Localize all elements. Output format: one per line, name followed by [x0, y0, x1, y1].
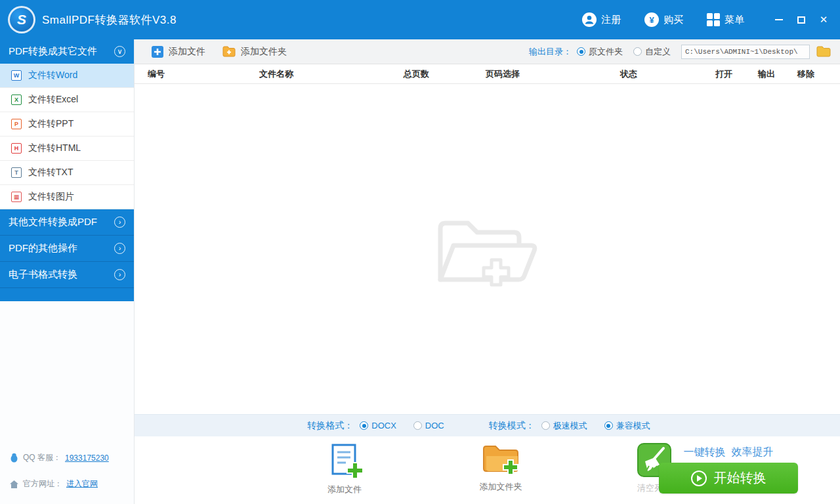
content-area: 添加文件 添加文件夹 输出目录： 原文件夹 自定义	[135, 39, 840, 504]
minimize-icon	[775, 19, 783, 20]
column-header: 文件名称	[259, 68, 404, 80]
mode-label: 转换模式：	[489, 420, 535, 432]
register-button[interactable]: 注册	[582, 12, 621, 27]
minimize-button[interactable]	[768, 7, 790, 33]
yen-icon: ¥	[644, 12, 659, 27]
column-header: 打开	[715, 68, 758, 80]
add-folder-icon	[222, 46, 236, 57]
sidebar-blue-tail	[0, 288, 134, 301]
chevron-right-icon: ›	[114, 243, 125, 254]
conversion-settings-bar: 转换格式： DOCX DOC 转换模式： 极速模式 兼容模式	[135, 414, 840, 436]
radio-doc[interactable]: DOC	[413, 421, 444, 430]
qq-number-link[interactable]: 1933175230	[65, 453, 109, 463]
start-convert-label: 开始转换	[714, 469, 766, 487]
radio-dot	[413, 421, 422, 430]
sidebar-section-other-to-pdf[interactable]: 其他文件转换成PDF ›	[0, 209, 134, 236]
add-folder-button[interactable]: 添加文件夹	[222, 46, 287, 58]
output-dir-label: 输出目录：	[529, 46, 572, 58]
site-label: 官方网址：	[23, 478, 62, 490]
sidebar-section-label: 电子书格式转换	[9, 268, 77, 281]
radio-fast-mode[interactable]: 极速模式	[541, 420, 587, 432]
radio-dot	[541, 421, 550, 430]
ppt-file-icon: P	[11, 119, 22, 129]
radio-dot	[604, 421, 613, 430]
buy-label: 购买	[663, 14, 683, 26]
sidebar-section-label: 其他文件转换成PDF	[9, 216, 97, 228]
html-file-icon: H	[11, 143, 22, 154]
sidebar-item-excel[interactable]: X 文件转Excel	[0, 88, 134, 112]
radio-original-folder[interactable]: 原文件夹	[577, 46, 623, 58]
image-file-icon: ▦	[11, 192, 22, 202]
sidebar-item-label: 文件转Word	[28, 70, 77, 81]
add-file-icon	[152, 46, 163, 58]
maximize-button[interactable]	[790, 7, 812, 33]
window-title: SmallPDF转换器软件V3.8	[42, 12, 177, 28]
radio-label: 原文件夹	[589, 46, 623, 58]
txt-file-icon: T	[11, 167, 22, 178]
menu-button[interactable]: 菜单	[707, 13, 744, 26]
official-site-row: 官方网址： 进入官网	[9, 478, 98, 490]
play-icon	[691, 471, 707, 486]
radio-label: DOCX	[371, 421, 396, 430]
user-icon	[582, 12, 597, 27]
sidebar-item-label: 文件转图片	[28, 191, 74, 203]
radio-dot	[633, 47, 642, 56]
footer-add-folder-button[interactable]: 添加文件夹	[461, 443, 540, 493]
app-window: S SmallPDF转换器软件V3.8 注册 ¥ 购买 菜单	[0, 0, 840, 504]
radio-dot	[360, 421, 368, 430]
excel-file-icon: X	[11, 94, 22, 105]
menu-label: 菜单	[724, 14, 744, 26]
radio-dot	[577, 47, 585, 56]
qq-label: QQ 客服：	[23, 452, 61, 463]
radio-custom-folder[interactable]: 自定义	[633, 46, 671, 58]
add-file-label: 添加文件	[169, 46, 205, 58]
sidebar-item-label: 文件转TXT	[28, 167, 73, 178]
browse-folder-button[interactable]	[816, 46, 831, 57]
sidebar-section-label: PDF的其他操作	[9, 242, 77, 255]
footer-add-folder-label: 添加文件夹	[480, 481, 522, 493]
format-label: 转换格式：	[307, 420, 353, 432]
maximize-icon	[797, 16, 805, 24]
sidebar-item-html[interactable]: H 文件转HTML	[0, 136, 134, 161]
official-site-link[interactable]: 进入官网	[66, 478, 98, 490]
promo-text: 一键转换 效率提升	[659, 446, 798, 459]
empty-folder-icon	[429, 206, 547, 293]
grid-icon	[707, 13, 720, 26]
add-file-button[interactable]: 添加文件	[152, 46, 205, 58]
column-header: 移除	[797, 68, 840, 80]
sidebar-section-pdf-to-other[interactable]: PDF转换成其它文件 ∨	[0, 39, 134, 64]
qq-icon	[9, 453, 19, 463]
app-logo-icon: S	[8, 6, 35, 33]
footer-add-file-button[interactable]: 添加文件	[305, 443, 384, 495]
file-drop-area[interactable]	[135, 84, 840, 414]
add-folder-big-icon	[482, 443, 520, 476]
radio-compatible-mode[interactable]: 兼容模式	[604, 420, 650, 432]
sidebar-section-pdf-operations[interactable]: PDF的其他操作 ›	[0, 236, 134, 262]
sidebar-item-image[interactable]: ▦ 文件转图片	[0, 185, 134, 209]
sidebar: PDF转换成其它文件 ∨ W 文件转Word X 文件转Excel P 文件转P…	[0, 39, 135, 504]
home-icon	[9, 480, 19, 489]
sidebar-section-ebook-convert[interactable]: 电子书格式转换 ›	[0, 262, 134, 288]
title-bar: S SmallPDF转换器软件V3.8 注册 ¥ 购买 菜单	[0, 0, 840, 39]
qq-support-row: QQ 客服： 1933175230	[9, 452, 109, 463]
file-table-header: 编号 文件名称 总页数 页码选择 状态 打开 输出 移除	[135, 64, 840, 84]
chevron-right-icon: ›	[114, 217, 125, 228]
radio-label: 自定义	[645, 46, 671, 58]
sidebar-item-label: 文件转Excel	[28, 94, 78, 106]
radio-label: 兼容模式	[616, 420, 650, 432]
column-header: 状态	[620, 68, 715, 80]
column-header: 输出	[758, 68, 797, 80]
sidebar-item-txt[interactable]: T 文件转TXT	[0, 161, 134, 185]
buy-button[interactable]: ¥ 购买	[644, 12, 683, 27]
logo-letter: S	[17, 12, 26, 28]
footer-add-file-label: 添加文件	[327, 484, 362, 495]
output-path-input[interactable]	[681, 45, 810, 59]
sidebar-item-word[interactable]: W 文件转Word	[0, 64, 134, 88]
sidebar-item-ppt[interactable]: P 文件转PPT	[0, 112, 134, 136]
close-button[interactable]: ✕	[812, 7, 835, 33]
word-file-icon: W	[11, 70, 22, 81]
chevron-right-icon: ›	[114, 269, 125, 280]
radio-docx[interactable]: DOCX	[360, 421, 396, 430]
start-convert-button[interactable]: 开始转换	[659, 463, 798, 494]
titlebar-actions: 注册 ¥ 购买 菜单 ✕	[582, 7, 840, 33]
